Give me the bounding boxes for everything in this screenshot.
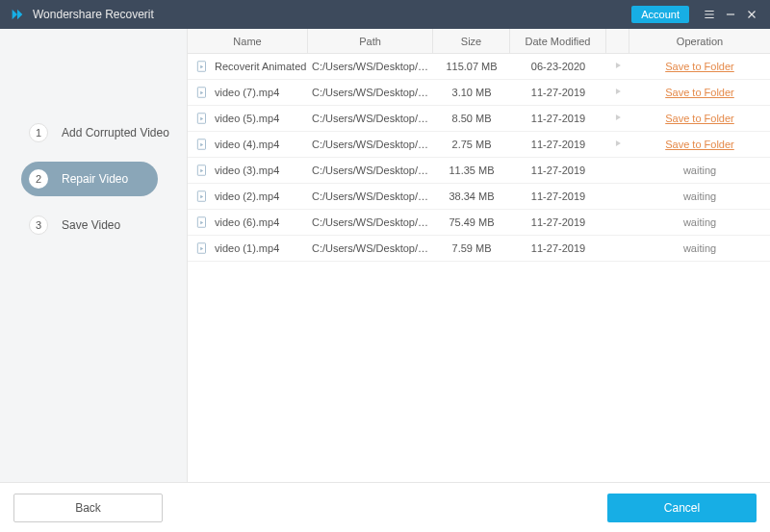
- file-path: C:/Users/WS/Desktop/video...: [308, 216, 433, 228]
- file-date: 11-27-2019: [510, 190, 606, 202]
- account-button[interactable]: Account: [631, 6, 689, 23]
- file-path: C:/Users/WS/Desktop/video...: [308, 113, 433, 124]
- video-file-icon: [195, 164, 209, 177]
- file-name: video (7).mp4: [215, 87, 279, 98]
- file-size: 8.50 MB: [433, 113, 510, 124]
- col-header-name: Name: [188, 29, 308, 53]
- video-file-icon: [195, 190, 209, 203]
- app-logo-icon: [10, 7, 25, 22]
- table-body: Recoverit Animated ...C:/Users/WS/Deskto…: [188, 54, 770, 482]
- status-waiting: waiting: [683, 190, 716, 202]
- footer: Back Cancel: [0, 482, 770, 532]
- file-path: C:/Users/WS/Desktop/video...: [308, 87, 433, 98]
- file-path: C:/Users/WS/Desktop/video...: [308, 190, 433, 202]
- file-name: video (3).mp4: [215, 165, 279, 176]
- file-path: C:/Users/WS/Desktop/Reco...: [308, 61, 433, 72]
- video-file-icon: [195, 86, 209, 99]
- table-row[interactable]: video (5).mp4C:/Users/WS/Desktop/video..…: [188, 106, 770, 132]
- table-row[interactable]: video (2).mp4C:/Users/WS/Desktop/video..…: [188, 184, 770, 210]
- step-label: Save Video: [62, 218, 120, 232]
- app-title: Wondershare Recoverit: [33, 8, 154, 21]
- close-icon[interactable]: [741, 0, 762, 29]
- table-row[interactable]: video (7).mp4C:/Users/WS/Desktop/video..…: [188, 80, 770, 106]
- step-label: Repair Video: [62, 172, 128, 186]
- file-name: video (2).mp4: [215, 190, 279, 202]
- col-header-play: [606, 29, 629, 53]
- file-size: 75.49 MB: [433, 216, 510, 228]
- file-date: 11-27-2019: [510, 87, 606, 98]
- file-name: video (4).mp4: [215, 139, 279, 150]
- file-size: 115.07 MB: [433, 61, 510, 72]
- file-size: 38.34 MB: [433, 190, 510, 202]
- col-header-date: Date Modified: [510, 29, 606, 53]
- titlebar: Wondershare Recoverit Account: [0, 0, 770, 29]
- sidebar-step-3[interactable]: 3Save Video: [0, 208, 187, 242]
- step-number: 3: [29, 215, 48, 235]
- video-file-icon: [195, 241, 209, 255]
- table-row[interactable]: video (3).mp4C:/Users/WS/Desktop/video..…: [188, 158, 770, 184]
- status-waiting: waiting: [683, 242, 716, 254]
- file-path: C:/Users/WS/Desktop/video...: [308, 165, 433, 176]
- video-file-icon: [195, 138, 209, 151]
- table-header: Name Path Size Date Modified Operation: [188, 29, 770, 54]
- file-date: 11-27-2019: [510, 242, 606, 254]
- cancel-button[interactable]: Cancel: [607, 494, 757, 522]
- save-to-folder-link[interactable]: Save to Folder: [665, 139, 734, 150]
- play-icon[interactable]: [613, 139, 623, 150]
- status-waiting: waiting: [683, 216, 716, 228]
- file-date: 11-27-2019: [510, 139, 606, 150]
- file-path: C:/Users/WS/Desktop/video...: [308, 139, 433, 150]
- table-row[interactable]: Recoverit Animated ...C:/Users/WS/Deskto…: [188, 54, 770, 80]
- file-name: video (5).mp4: [215, 113, 279, 124]
- col-header-operation: Operation: [629, 29, 770, 53]
- status-waiting: waiting: [683, 165, 716, 176]
- step-label: Add Corrupted Video: [62, 126, 169, 139]
- play-icon[interactable]: [613, 87, 623, 98]
- table-row[interactable]: video (4).mp4C:/Users/WS/Desktop/video..…: [188, 132, 770, 158]
- play-icon[interactable]: [613, 61, 623, 72]
- file-size: 2.75 MB: [433, 139, 510, 150]
- col-header-path: Path: [308, 29, 433, 53]
- file-size: 11.35 MB: [433, 165, 510, 176]
- step-number: 1: [29, 123, 48, 142]
- save-to-folder-link[interactable]: Save to Folder: [665, 113, 734, 124]
- col-header-size: Size: [433, 29, 510, 53]
- back-button[interactable]: Back: [13, 494, 163, 522]
- file-date: 11-27-2019: [510, 216, 606, 228]
- file-date: 11-27-2019: [510, 165, 606, 176]
- sidebar-step-1[interactable]: 1Add Corrupted Video: [0, 115, 187, 150]
- file-size: 7.59 MB: [433, 242, 510, 254]
- file-date: 11-27-2019: [510, 113, 606, 124]
- menu-icon[interactable]: [699, 0, 720, 29]
- file-name: video (1).mp4: [215, 242, 279, 254]
- play-icon[interactable]: [613, 113, 623, 124]
- main-panel: Name Path Size Date Modified Operation R…: [188, 29, 770, 482]
- table-row[interactable]: video (6).mp4C:/Users/WS/Desktop/video..…: [188, 210, 770, 236]
- video-file-icon: [195, 215, 209, 229]
- file-date: 06-23-2020: [510, 61, 606, 72]
- file-name: Recoverit Animated ...: [215, 61, 308, 72]
- file-name: video (6).mp4: [215, 216, 279, 228]
- save-to-folder-link[interactable]: Save to Folder: [665, 61, 734, 72]
- file-size: 3.10 MB: [433, 87, 510, 98]
- video-file-icon: [195, 60, 209, 73]
- file-path: C:/Users/WS/Desktop/video...: [308, 242, 433, 254]
- step-number: 2: [29, 169, 48, 189]
- table-row[interactable]: video (1).mp4C:/Users/WS/Desktop/video..…: [188, 236, 770, 262]
- save-to-folder-link[interactable]: Save to Folder: [665, 87, 734, 98]
- sidebar-step-2[interactable]: 2Repair Video: [21, 162, 158, 196]
- sidebar: 1Add Corrupted Video2Repair Video3Save V…: [0, 29, 188, 482]
- video-file-icon: [195, 112, 209, 125]
- minimize-icon[interactable]: [720, 0, 741, 29]
